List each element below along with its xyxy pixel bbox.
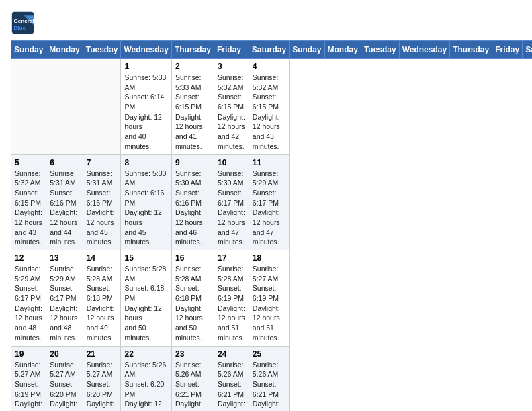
header-thursday: Thursday xyxy=(171,41,214,59)
cell-info: Sunrise: 5:32 AM Sunset: 6:15 PM Dayligh… xyxy=(253,73,285,152)
day-number: 21 xyxy=(87,349,118,359)
col-header-thursday: Thursday xyxy=(450,41,492,59)
cell-info: Sunrise: 5:29 AM Sunset: 6:17 PM Dayligh… xyxy=(50,264,79,343)
svg-text:General: General xyxy=(14,18,34,24)
day-number: 3 xyxy=(218,62,245,71)
header-wednesday: Wednesday xyxy=(121,41,171,59)
svg-text:Blue: Blue xyxy=(14,25,26,31)
calendar-table: SundayMondayTuesdayWednesdayThursdayFrid… xyxy=(11,40,532,411)
cell-info: Sunrise: 5:33 AM Sunset: 6:15 PM Dayligh… xyxy=(175,73,210,152)
cell-info: Sunrise: 5:26 AM Sunset: 6:21 PM Dayligh… xyxy=(253,360,285,412)
calendar-week-1: 1Sunrise: 5:33 AM Sunset: 6:14 PM Daylig… xyxy=(11,59,533,155)
header-monday: Monday xyxy=(46,41,83,59)
cell-info: Sunrise: 5:28 AM Sunset: 6:18 PM Dayligh… xyxy=(175,264,210,343)
day-number: 23 xyxy=(175,349,210,359)
day-number: 11 xyxy=(253,158,285,167)
day-number: 24 xyxy=(218,349,245,359)
calendar-cell: 23Sunrise: 5:26 AM Sunset: 6:21 PM Dayli… xyxy=(171,346,214,411)
col-header-wednesday: Wednesday xyxy=(399,41,449,59)
cell-info: Sunrise: 5:28 AM Sunset: 6:18 PM Dayligh… xyxy=(87,264,118,343)
calendar-cell: 15Sunrise: 5:28 AM Sunset: 6:18 PM Dayli… xyxy=(121,250,171,347)
calendar-cell: 8Sunrise: 5:30 AM Sunset: 6:16 PM Daylig… xyxy=(121,154,171,250)
cell-info: Sunrise: 5:29 AM Sunset: 6:17 PM Dayligh… xyxy=(253,169,285,248)
cell-info: Sunrise: 5:31 AM Sunset: 6:16 PM Dayligh… xyxy=(87,169,118,248)
cell-info: Sunrise: 5:27 AM Sunset: 6:19 PM Dayligh… xyxy=(15,360,42,412)
calendar-cell: 3Sunrise: 5:32 AM Sunset: 6:15 PM Daylig… xyxy=(214,59,249,155)
day-number: 18 xyxy=(253,253,285,263)
cell-info: Sunrise: 5:27 AM Sunset: 6:20 PM Dayligh… xyxy=(87,360,118,412)
calendar-cell: 10Sunrise: 5:30 AM Sunset: 6:17 PM Dayli… xyxy=(214,154,249,250)
calendar-cell: 7Sunrise: 5:31 AM Sunset: 6:16 PM Daylig… xyxy=(83,154,121,250)
day-number: 7 xyxy=(87,158,118,167)
calendar-cell: 24Sunrise: 5:26 AM Sunset: 6:21 PM Dayli… xyxy=(214,346,249,411)
col-header-saturday: Saturday xyxy=(523,41,532,59)
cell-info: Sunrise: 5:29 AM Sunset: 6:17 PM Dayligh… xyxy=(15,264,42,343)
cell-info: Sunrise: 5:30 AM Sunset: 6:16 PM Dayligh… xyxy=(124,169,167,248)
calendar-cell: 6Sunrise: 5:31 AM Sunset: 6:16 PM Daylig… xyxy=(46,154,83,250)
col-header-tuesday: Tuesday xyxy=(361,41,399,59)
calendar-header-row: SundayMondayTuesdayWednesdayThursdayFrid… xyxy=(11,41,533,59)
calendar-cell: 16Sunrise: 5:28 AM Sunset: 6:18 PM Dayli… xyxy=(171,250,214,347)
cell-info: Sunrise: 5:28 AM Sunset: 6:19 PM Dayligh… xyxy=(218,264,245,343)
calendar-cell: 18Sunrise: 5:27 AM Sunset: 6:19 PM Dayli… xyxy=(249,250,289,347)
day-number: 4 xyxy=(253,62,285,71)
calendar-cell: 1Sunrise: 5:33 AM Sunset: 6:14 PM Daylig… xyxy=(121,59,171,155)
day-number: 20 xyxy=(50,349,79,359)
col-header-monday: Monday xyxy=(324,41,361,59)
calendar-cell: 2Sunrise: 5:33 AM Sunset: 6:15 PM Daylig… xyxy=(171,59,214,155)
logo-icon: General Blue xyxy=(11,11,35,35)
cell-info: Sunrise: 5:28 AM Sunset: 6:18 PM Dayligh… xyxy=(124,264,167,343)
calendar-cell: 9Sunrise: 5:30 AM Sunset: 6:16 PM Daylig… xyxy=(171,154,214,250)
day-number: 1 xyxy=(124,62,167,71)
header-sunday: Sunday xyxy=(11,41,46,59)
cell-info: Sunrise: 5:33 AM Sunset: 6:14 PM Dayligh… xyxy=(124,73,167,152)
calendar-cell: 21Sunrise: 5:27 AM Sunset: 6:20 PM Dayli… xyxy=(83,346,121,411)
calendar-cell xyxy=(83,59,121,155)
cell-info: Sunrise: 5:32 AM Sunset: 6:15 PM Dayligh… xyxy=(218,73,245,152)
calendar-cell: 19Sunrise: 5:27 AM Sunset: 6:19 PM Dayli… xyxy=(11,346,46,411)
calendar-cell: 13Sunrise: 5:29 AM Sunset: 6:17 PM Dayli… xyxy=(46,250,83,347)
day-number: 10 xyxy=(218,158,245,167)
calendar-week-3: 12Sunrise: 5:29 AM Sunset: 6:17 PM Dayli… xyxy=(11,250,533,347)
logo: General Blue xyxy=(11,11,38,35)
col-header-sunday: Sunday xyxy=(290,41,324,59)
col-header-friday: Friday xyxy=(492,41,523,59)
cell-info: Sunrise: 5:26 AM Sunset: 6:20 PM Dayligh… xyxy=(124,360,167,412)
day-number: 6 xyxy=(50,158,79,167)
cell-info: Sunrise: 5:31 AM Sunset: 6:16 PM Dayligh… xyxy=(50,169,79,248)
cell-info: Sunrise: 5:30 AM Sunset: 6:17 PM Dayligh… xyxy=(218,169,245,248)
page-header: General Blue xyxy=(11,11,521,35)
day-number: 22 xyxy=(124,349,167,359)
calendar-cell xyxy=(11,59,46,155)
calendar-cell: 14Sunrise: 5:28 AM Sunset: 6:18 PM Dayli… xyxy=(83,250,121,347)
cell-info: Sunrise: 5:27 AM Sunset: 6:20 PM Dayligh… xyxy=(50,360,79,412)
calendar-cell: 11Sunrise: 5:29 AM Sunset: 6:17 PM Dayli… xyxy=(249,154,289,250)
cell-info: Sunrise: 5:32 AM Sunset: 6:15 PM Dayligh… xyxy=(15,169,42,248)
calendar-cell: 20Sunrise: 5:27 AM Sunset: 6:20 PM Dayli… xyxy=(46,346,83,411)
day-number: 19 xyxy=(15,349,42,359)
day-number: 16 xyxy=(175,253,210,263)
calendar-cell xyxy=(46,59,83,155)
calendar-cell: 17Sunrise: 5:28 AM Sunset: 6:19 PM Dayli… xyxy=(214,250,249,347)
day-number: 8 xyxy=(124,158,167,167)
calendar-cell: 4Sunrise: 5:32 AM Sunset: 6:15 PM Daylig… xyxy=(249,59,289,155)
day-number: 17 xyxy=(218,253,245,263)
cell-info: Sunrise: 5:26 AM Sunset: 6:21 PM Dayligh… xyxy=(218,360,245,412)
day-number: 2 xyxy=(175,62,210,71)
calendar-cell: 25Sunrise: 5:26 AM Sunset: 6:21 PM Dayli… xyxy=(249,346,289,411)
header-tuesday: Tuesday xyxy=(83,41,121,59)
header-friday: Friday xyxy=(214,41,249,59)
day-number: 15 xyxy=(124,253,167,263)
day-number: 13 xyxy=(50,253,79,263)
day-number: 25 xyxy=(253,349,285,359)
calendar-cell: 12Sunrise: 5:29 AM Sunset: 6:17 PM Dayli… xyxy=(11,250,46,347)
calendar-cell: 22Sunrise: 5:26 AM Sunset: 6:20 PM Dayli… xyxy=(121,346,171,411)
cell-info: Sunrise: 5:30 AM Sunset: 6:16 PM Dayligh… xyxy=(175,169,210,248)
day-number: 14 xyxy=(87,253,118,263)
header-saturday: Saturday xyxy=(249,41,289,59)
cell-info: Sunrise: 5:27 AM Sunset: 6:19 PM Dayligh… xyxy=(253,264,285,343)
day-number: 9 xyxy=(175,158,210,167)
calendar-cell: 5Sunrise: 5:32 AM Sunset: 6:15 PM Daylig… xyxy=(11,154,46,250)
day-number: 5 xyxy=(15,158,42,167)
calendar-week-4: 19Sunrise: 5:27 AM Sunset: 6:19 PM Dayli… xyxy=(11,346,533,411)
